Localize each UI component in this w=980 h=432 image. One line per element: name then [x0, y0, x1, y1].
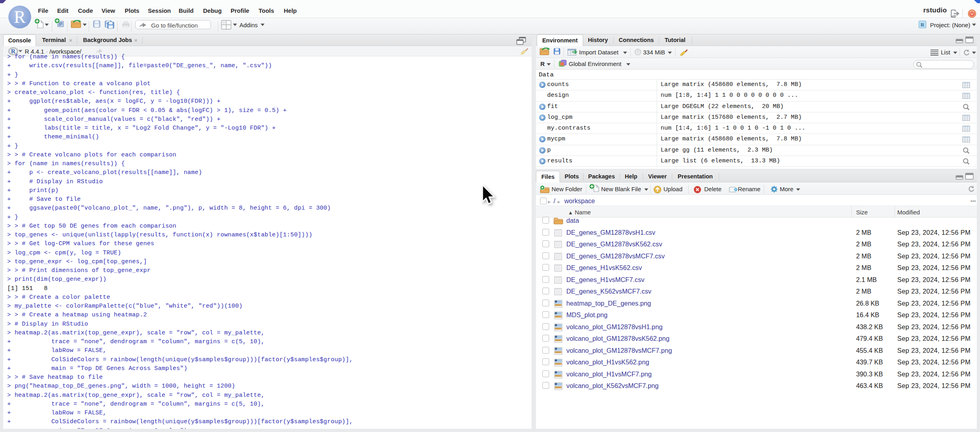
svg-text:R: R: [920, 22, 924, 28]
